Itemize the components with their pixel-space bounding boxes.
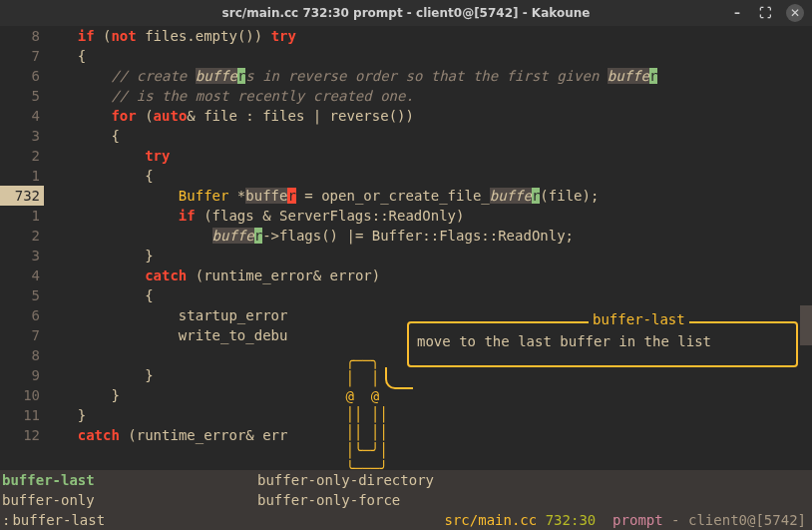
gutter-rel: 8 bbox=[0, 345, 44, 365]
primary-cursor: r bbox=[287, 188, 295, 204]
gutter-rel: 1 bbox=[0, 166, 44, 186]
scrollbar[interactable] bbox=[800, 26, 812, 470]
status-file: src/main.cc bbox=[445, 512, 538, 528]
minimize-icon[interactable]: – bbox=[730, 6, 744, 20]
prompt-input[interactable]: buffer-last bbox=[10, 510, 105, 530]
completion-menu[interactable]: buffer-last buffer-only-directory buffer… bbox=[0, 470, 812, 510]
editor-viewport[interactable]: 8 if (not files.empty()) try 7 { 6 // cr… bbox=[0, 26, 812, 530]
gutter-rel: 1 bbox=[0, 206, 44, 226]
gutter-rel: 4 bbox=[0, 106, 44, 126]
scrollbar-thumb[interactable] bbox=[800, 305, 812, 345]
status-position: 732:30 bbox=[546, 512, 597, 528]
completion-item[interactable]: buffer-only-directory bbox=[255, 470, 511, 490]
search-match: buffe bbox=[212, 228, 254, 244]
gutter-rel: 7 bbox=[0, 325, 44, 345]
gutter-rel: 3 bbox=[0, 126, 44, 146]
gutter-rel: 3 bbox=[0, 246, 44, 265]
status-client: client0@[5742] bbox=[688, 512, 806, 528]
gutter-rel: 9 bbox=[0, 365, 44, 385]
close-icon[interactable]: ✕ bbox=[786, 4, 804, 22]
gutter-rel: 2 bbox=[0, 226, 44, 246]
window-titlebar: src/main.cc 732:30 prompt - client0@[574… bbox=[0, 0, 812, 26]
prompt-prefix: : bbox=[0, 510, 10, 530]
gutter-rel: 2 bbox=[0, 146, 44, 166]
gutter-rel: 10 bbox=[0, 385, 44, 405]
maximize-icon[interactable]: ⛶ bbox=[758, 6, 772, 20]
secondary-cursor: r bbox=[649, 68, 657, 84]
status-line: :buffer-last src/main.cc 732:30 prompt -… bbox=[0, 510, 812, 530]
gutter-rel: 8 bbox=[0, 26, 44, 46]
completion-item[interactable]: buffer-only bbox=[0, 490, 255, 510]
window-title: src/main.cc 732:30 prompt - client0@[574… bbox=[222, 6, 591, 20]
completion-item[interactable]: buffer-only-force bbox=[255, 490, 511, 510]
gutter-rel: 5 bbox=[0, 285, 44, 305]
gutter-current-line: 732 bbox=[0, 186, 44, 206]
search-match: buffe bbox=[196, 68, 237, 84]
status-mode: prompt bbox=[612, 512, 663, 528]
search-match: buffe bbox=[490, 188, 532, 204]
gutter-rel: 5 bbox=[0, 86, 44, 106]
gutter-rel: 12 bbox=[0, 425, 44, 445]
gutter-rel: 4 bbox=[0, 265, 44, 285]
completion-item-selected[interactable]: buffer-last bbox=[0, 470, 255, 490]
secondary-cursor: r bbox=[254, 228, 262, 244]
gutter-rel: 6 bbox=[0, 305, 44, 325]
gutter-rel: 6 bbox=[0, 66, 44, 86]
gutter-rel: 11 bbox=[0, 405, 44, 425]
window-controls: – ⛶ ✕ bbox=[730, 4, 804, 22]
gutter-rel: 7 bbox=[0, 46, 44, 66]
primary-selection: buffe bbox=[245, 188, 287, 204]
search-match: buffe bbox=[608, 68, 649, 84]
